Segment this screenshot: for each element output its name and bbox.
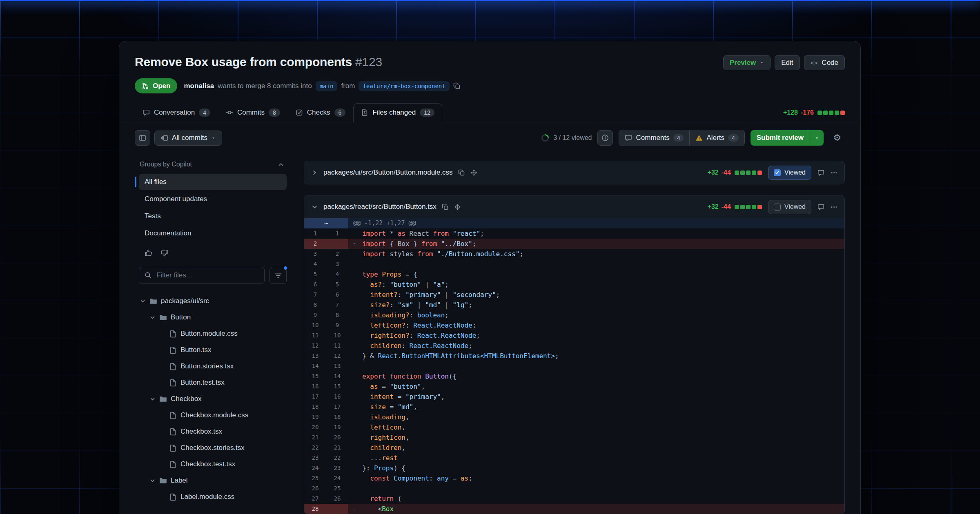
old-line-number[interactable]: 19 [304,412,326,422]
new-line-number[interactable]: 11 [326,341,348,351]
old-line-number[interactable]: 4 [304,259,326,269]
base-branch-label[interactable]: main [316,81,338,91]
tree-file-checkbox-module-css[interactable]: Checkbox.module.css [136,407,287,423]
old-line-number[interactable]: 16 [304,381,326,392]
new-line-number[interactable]: 12 [326,351,348,361]
old-line-number[interactable]: 24 [304,463,326,473]
new-line-number[interactable]: 15 [326,381,348,392]
new-line-number[interactable]: 20 [326,432,348,443]
new-line-number[interactable]: 14 [326,371,348,381]
sidebar-group-all-files[interactable]: All files [139,174,287,190]
alerts-button[interactable]: Alerts 4 [689,130,744,146]
tree-file-label-module-css[interactable]: Label.module.css [136,489,287,505]
tree-folder-packages-ui-src[interactable]: packages/ui/src [136,293,287,309]
old-line-number[interactable]: 14 [304,361,326,371]
tree-folder-checkbox[interactable]: Checkbox [136,391,287,407]
drag-handle-icon[interactable] [470,169,477,176]
new-line-number[interactable]: 16 [326,392,348,402]
copy-path-icon[interactable] [442,204,449,210]
sidebar-group-tests[interactable]: Tests [139,208,287,224]
new-line-number[interactable]: 9 [326,320,348,330]
filter-options-button[interactable] [270,267,287,284]
new-line-number[interactable]: 13 [326,361,348,371]
old-line-number[interactable]: 10 [304,320,326,330]
chevron-right-icon[interactable] [311,169,318,176]
old-line-number[interactable]: 15 [304,371,326,381]
tree-file-checkbox-stories-tsx[interactable]: Checkbox.stories.tsx [136,440,287,456]
new-line-number[interactable] [326,504,348,514]
new-line-number[interactable]: 8 [326,310,348,320]
tree-file-checkbox-tsx[interactable]: Checkbox.tsx [136,423,287,440]
old-line-number[interactable]: 12 [304,341,326,351]
old-line-number[interactable]: 27 [304,494,326,504]
old-line-number[interactable]: 18 [304,402,326,412]
preview-button[interactable]: Preview [723,55,771,70]
old-line-number[interactable]: 2 [304,239,326,249]
copy-path-icon[interactable] [458,169,465,176]
new-line-number[interactable] [326,239,348,249]
new-line-number[interactable]: 4 [326,269,348,279]
tab-conversation[interactable]: Conversation4 [135,103,218,122]
edit-button[interactable]: Edit [775,55,800,70]
sidebar-group-documentation[interactable]: Documentation [139,225,287,241]
old-line-number[interactable]: 1 [304,228,326,239]
new-line-number[interactable]: 22 [326,453,348,463]
old-line-number[interactable]: 23 [304,453,326,463]
submit-review-caret[interactable] [810,130,824,146]
viewed-toggle[interactable]: Viewed [768,200,811,214]
comments-button[interactable]: Comments 4 [619,130,689,146]
tree-file-button-module-css[interactable]: Button.module.css [136,326,287,342]
new-line-number[interactable]: 10 [326,330,348,341]
old-line-number[interactable]: 3 [304,249,326,259]
kebab-menu-icon[interactable] [831,204,837,210]
old-line-number[interactable]: 17 [304,392,326,402]
new-line-number[interactable]: 26 [326,494,348,504]
tree-file-button-tsx[interactable]: Button.tsx [136,342,287,358]
chevron-up-icon[interactable] [278,161,284,168]
author-name[interactable]: monalisa [184,82,214,90]
new-line-number[interactable]: 6 [326,290,348,300]
old-line-number[interactable]: 28 [304,504,326,514]
old-line-number[interactable]: 26 [304,483,326,494]
new-line-number[interactable]: 21 [326,443,348,453]
file-path[interactable]: packages/react/src/Button/Button.tsx [323,203,437,211]
tree-file-button-test-tsx[interactable]: Button.test.tsx [136,374,287,391]
tab-checks[interactable]: Checks6 [288,103,353,122]
comment-icon[interactable] [817,204,824,210]
new-line-number[interactable]: 18 [326,412,348,422]
old-line-number[interactable]: 9 [304,310,326,320]
old-line-number[interactable]: 7 [304,290,326,300]
comment-icon[interactable] [817,169,824,176]
new-line-number[interactable]: 25 [326,483,348,494]
old-line-number[interactable]: 5 [304,269,326,279]
toggle-sidebar-button[interactable] [135,130,150,146]
tree-folder-label[interactable]: Label [136,472,287,489]
filter-files-input[interactable] [139,267,265,284]
tree-folder-button[interactable]: Button [136,309,287,326]
sidebar-group-component-updates[interactable]: Component updates [139,191,287,207]
thumbs-up-icon[interactable] [145,249,153,257]
tab-files-changed[interactable]: Files changed12 [353,103,442,122]
kebab-menu-icon[interactable] [831,169,837,176]
new-line-number[interactable]: 17 [326,402,348,412]
tab-commits[interactable]: Commits8 [218,103,288,122]
submit-review-button[interactable]: Submit review [751,130,824,146]
tree-file-button-stories-tsx[interactable]: Button.stories.tsx [136,358,287,374]
old-line-number[interactable]: 8 [304,300,326,310]
old-line-number[interactable]: 20 [304,422,326,432]
new-line-number[interactable]: 7 [326,300,348,310]
old-line-number[interactable]: 13 [304,351,326,361]
viewed-toggle[interactable]: Viewed [768,166,811,180]
settings-button[interactable]: ⚙ [829,130,845,146]
all-commits-dropdown[interactable]: All commits [154,131,222,146]
file-path[interactable]: packages/ui/src/Button/Button.module.css [323,168,453,177]
new-line-number[interactable]: 24 [326,473,348,483]
new-line-number[interactable]: 19 [326,422,348,432]
drag-handle-icon[interactable] [454,204,461,210]
copy-branch-icon[interactable] [453,82,461,90]
new-line-number[interactable]: 2 [326,249,348,259]
chevron-down-icon[interactable] [311,204,318,210]
old-line-number[interactable]: 21 [304,432,326,443]
new-line-number[interactable]: 23 [326,463,348,473]
head-branch-label[interactable]: feature/rm-box-component [359,81,449,91]
